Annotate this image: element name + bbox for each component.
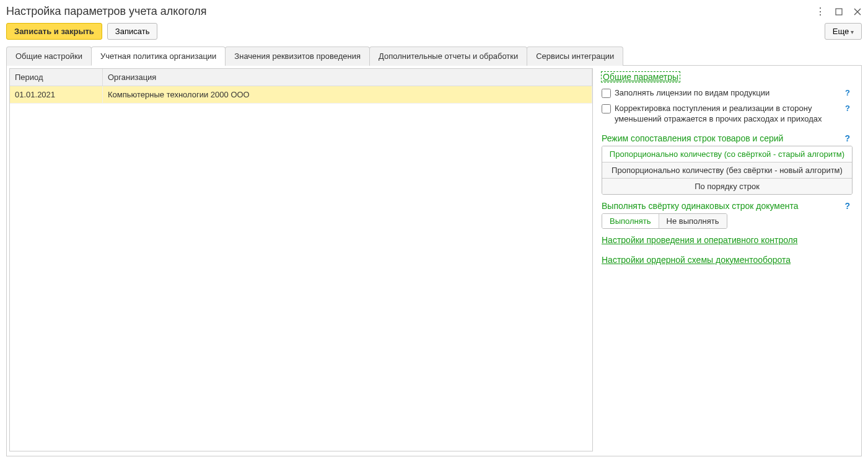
table-header: Период Организация (10, 69, 592, 86)
close-icon[interactable] (853, 7, 862, 16)
tab-strip: Общие настройки Учетная политика организ… (6, 46, 862, 66)
tab-integration-services[interactable]: Сервисы интеграции (527, 47, 623, 66)
save-and-close-button[interactable]: Записать и закрыть (6, 23, 102, 40)
col-period-header[interactable]: Период (10, 69, 103, 86)
general-params-link[interactable]: Общие параметры (602, 72, 680, 82)
mode-section-title: Режим сопоставления строк товаров и сери… (602, 133, 783, 143)
page-title: Настройка параметров учета алкоголя (6, 5, 207, 18)
mode-option-proportional-collapse[interactable]: Пропорционально количеству (со свёрткой … (602, 146, 852, 162)
window-controls: ⋮ (816, 7, 862, 16)
mode-option-by-row-order[interactable]: По порядку строк (602, 179, 852, 194)
org-table-panel: Период Организация 01.01.2021 Компьютерн… (7, 66, 595, 456)
cell-period: 01.01.2021 (10, 86, 103, 104)
table-row[interactable]: 01.01.2021 Компьютерные технологии 2000 … (10, 86, 592, 104)
tab-accounting-policy[interactable]: Учетная политика организации (91, 47, 226, 66)
posting-settings-link[interactable]: Настройки проведения и оперативного конт… (602, 235, 797, 245)
settings-panel: Общие параметры Заполнять лицензии по ви… (595, 66, 861, 456)
cell-org: Компьютерные технологии 2000 ООО (103, 86, 592, 104)
order-scheme-settings-link[interactable]: Настройки ордерной схемы документооборот… (602, 255, 791, 265)
more-button[interactable]: Еще (825, 23, 862, 40)
kebab-menu-icon[interactable]: ⋮ (816, 7, 825, 16)
save-button[interactable]: Записать (107, 23, 158, 40)
checkbox-fill-licenses[interactable] (602, 89, 611, 98)
col-org-header[interactable]: Организация (103, 69, 592, 86)
checkbox-correction[interactable] (602, 104, 611, 113)
collapse-section-title: Выполнять свёртку одинаковых строк докум… (602, 201, 799, 211)
label-fill-licenses: Заполнять лицензии по видам продукции (615, 88, 839, 99)
mode-option-proportional-no-collapse[interactable]: Пропорционально количеству (без свёртки … (602, 162, 852, 179)
collapse-option-yes[interactable]: Выполнять (602, 214, 659, 228)
svg-rect-0 (836, 9, 842, 15)
label-correction: Корректировка поступления и реализации в… (615, 104, 839, 125)
help-icon[interactable]: ? (842, 201, 853, 211)
maximize-icon[interactable] (835, 7, 843, 16)
collapse-segmented-control: Выполнять Не выполнять (602, 213, 727, 229)
collapse-option-no[interactable]: Не выполнять (659, 214, 727, 228)
tab-additional-reports[interactable]: Дополнительные отчеты и обработки (369, 47, 527, 66)
help-icon[interactable]: ? (842, 133, 853, 143)
tab-general-settings[interactable]: Общие настройки (6, 47, 92, 66)
help-icon[interactable]: ? (843, 104, 853, 113)
tab-posting-values[interactable]: Значения реквизитов проведения (225, 47, 370, 66)
help-icon[interactable]: ? (843, 88, 853, 97)
mode-segmented-control: Пропорционально количеству (со свёрткой … (602, 146, 853, 195)
